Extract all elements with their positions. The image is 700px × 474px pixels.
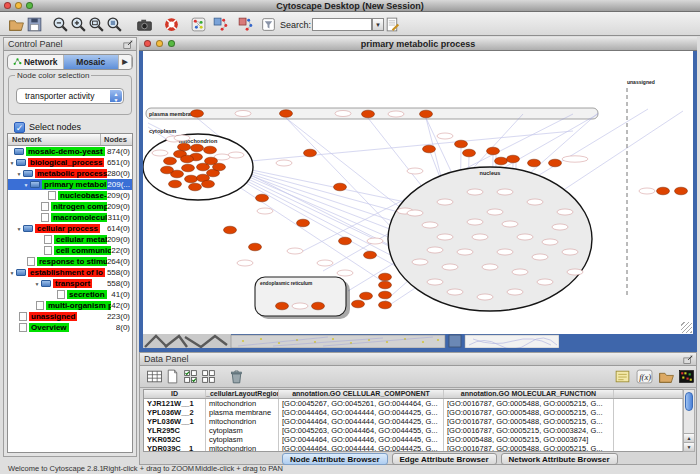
delete-attribute-icon[interactable] <box>228 368 245 385</box>
tab-mosaic[interactable]: Mosaic <box>64 55 120 69</box>
table-cell[interactable]: [GO:0044464, GO:0044446, GO:0044445, G..… <box>279 435 444 444</box>
node-edit-tool-icon[interactable] <box>212 16 229 33</box>
table-cell[interactable]: YPL036W__1 <box>144 417 206 426</box>
table-cell[interactable]: [GO:0016787, GO:0005215, GO:0003824, G..… <box>444 426 614 435</box>
scrollbar-thumb[interactable] <box>685 392 693 411</box>
table-cell[interactable]: [GO:0044464, GO:0044444, GO:0044425, G..… <box>279 417 444 426</box>
tab-network[interactable]: Network <box>8 55 64 69</box>
export-image-icon[interactable] <box>136 16 153 33</box>
tree-row[interactable]: ▼biological_process651(0) <box>8 157 132 168</box>
expand-arrow-icon[interactable]: ▼ <box>22 182 30 188</box>
search-input[interactable] <box>312 18 372 31</box>
create-attribute-icon[interactable] <box>164 368 181 385</box>
table-cell[interactable]: cytoplasm <box>206 426 279 435</box>
tree-row[interactable]: ▼metabolic process280(0) <box>8 168 132 179</box>
tree-row[interactable]: macromolecule311(0) <box>8 212 132 223</box>
edge-edit-tool-icon[interactable] <box>237 16 254 33</box>
table-row[interactable]: YPL036W__2plasma membrane[GO:0044464, GO… <box>144 408 683 417</box>
table-cell[interactable]: [GO:0016787, GO:0005488, GO:0005215, G..… <box>444 399 614 408</box>
node-color-dropdown[interactable]: transporter activity ▲▼ <box>16 88 124 104</box>
table-cell[interactable]: plasma membrane <box>206 408 279 417</box>
table-cell-filler <box>614 417 683 426</box>
tree-column-network[interactable]: Network <box>12 135 42 144</box>
zoom-selected-region-icon[interactable] <box>88 16 105 33</box>
expand-arrow-icon[interactable]: ▼ <box>8 160 16 166</box>
tree-row[interactable]: unassigned223(0) <box>8 311 132 322</box>
expand-arrow-icon[interactable]: ▼ <box>33 281 41 287</box>
formula-builder-icon[interactable]: f(x) <box>636 368 653 385</box>
column-grid-icon[interactable] <box>146 368 163 385</box>
table-cell[interactable]: cytoplasm <box>206 435 279 444</box>
column-id[interactable]: ID <box>144 390 206 398</box>
tree-row[interactable]: secretion41(0) <box>8 289 132 300</box>
table-cell[interactable]: [GO:0016787, GO:0005488, GO:0005215, G..… <box>444 408 614 417</box>
import-attributes-icon[interactable] <box>658 368 675 385</box>
table-cell[interactable]: YJR121W__1 <box>144 399 206 408</box>
network-graph[interactable]: plasma membrane cytoplasm <box>143 51 693 334</box>
table-row[interactable]: YJR121W__1mitochondrion[GO:0045267, GO:0… <box>144 399 683 408</box>
tree-row[interactable]: response to stimulu264(0) <box>8 256 132 267</box>
table-cell[interactable]: [GO:0005488, GO:0005215, GO:0003674] <box>444 435 614 444</box>
tree-row[interactable]: ▼cellular process614(0) <box>8 223 132 234</box>
tabs-overflow-arrow[interactable]: ▶ <box>119 55 132 69</box>
table-cell[interactable]: mitochondrion <box>206 399 279 408</box>
window-resize-grip[interactable] <box>681 322 692 333</box>
tree-row[interactable]: ▼primary metabol209(... <box>8 179 132 190</box>
column-region[interactable]: _cellularLayoutRegion <box>206 390 279 398</box>
table-row[interactable]: YLR295Ccytoplasm[GO:0045263, GO:0044464,… <box>144 426 683 435</box>
save-session-icon[interactable] <box>26 16 43 33</box>
attribute-editor-icon[interactable] <box>614 368 631 385</box>
table-row[interactable]: YKR052Ccytoplasm[GO:0044464, GO:0044446,… <box>144 435 683 444</box>
scroll-up-button[interactable]: ▲ <box>684 433 694 442</box>
table-cell[interactable]: mitochondrion <box>206 417 279 426</box>
tree-row[interactable]: nucleobase-209(0) <box>8 190 132 201</box>
table-cell[interactable]: YKR052C <box>144 435 206 444</box>
table-cell[interactable]: [GO:0045267, GO:0045261, GO:0044464, G..… <box>279 399 444 408</box>
table-cell[interactable]: mitochondrion <box>206 444 279 452</box>
table-row[interactable]: YDR039C__1mitochondrion[GO:0044464, GO:0… <box>144 444 683 452</box>
table-cell[interactable]: YPL036W__2 <box>144 408 206 417</box>
table-scrollbar[interactable]: ▲ ▼ <box>683 389 695 452</box>
tree-row[interactable]: ▼transport558(0) <box>8 278 132 289</box>
attribute-browser-icon[interactable] <box>384 16 401 33</box>
table-cell[interactable]: [GO:0044464, GO:0044444, GO:0044425, G..… <box>279 408 444 417</box>
expand-arrow-icon[interactable]: ▼ <box>15 226 23 232</box>
matrix-view-icon[interactable] <box>678 368 695 385</box>
zoom-out-icon[interactable] <box>52 16 69 33</box>
table-cell[interactable]: [GO:0016787, GO:0005488, GO:0005215, G..… <box>444 444 614 452</box>
scroll-down-button[interactable]: ▼ <box>684 442 694 451</box>
table-row[interactable]: YPL036W__1mitochondrion[GO:0044464, GO:0… <box>144 417 683 426</box>
table-cell[interactable]: [GO:0016787, GO:0005488, GO:0005215, G..… <box>444 417 614 426</box>
float-data-panel-icon[interactable] <box>683 355 693 364</box>
filter-icon[interactable] <box>260 16 277 33</box>
select-attributes-icon[interactable] <box>182 368 199 385</box>
open-file-icon[interactable] <box>8 16 25 33</box>
tree-row[interactable]: mosaic-demo-yeast874(0) <box>8 146 132 157</box>
expand-arrow-icon[interactable]: ▼ <box>15 171 23 177</box>
help-icon[interactable] <box>163 16 180 33</box>
column-cellular-component[interactable]: annotation.GO CELLULAR_COMPONENT <box>279 390 444 398</box>
tree-row[interactable]: nitrogen compou209(0) <box>8 201 132 212</box>
annotation-tool-icon[interactable] <box>190 16 207 33</box>
tree-row[interactable]: cell communicat22(0) <box>8 245 132 256</box>
table-cell[interactable]: [GO:0045263, GO:0044464, GO:0044455, G..… <box>279 426 444 435</box>
tree-row[interactable]: Overview8(0) <box>8 322 132 333</box>
table-cell[interactable]: YDR039C__1 <box>144 444 206 452</box>
nucleus-region[interactable] <box>388 167 592 311</box>
float-panel-icon[interactable] <box>123 40 133 49</box>
search-dropdown-button[interactable]: ▼ <box>372 18 384 31</box>
zoom-fit-icon[interactable] <box>106 16 123 33</box>
select-nodes-checkbox[interactable]: ✓ <box>14 122 25 133</box>
table-cell[interactable]: [GO:0044464, GO:0044444, GO:0044425, G..… <box>279 444 444 452</box>
network-canvas[interactable]: plasma membrane cytoplasm <box>143 51 693 334</box>
unselect-attributes-icon[interactable] <box>200 368 217 385</box>
network-view-titlebar[interactable]: primary metabolic process <box>139 37 697 51</box>
tree-row[interactable]: multi-organism pro42(0) <box>8 300 132 311</box>
tree-row[interactable]: cellular metabol209(0) <box>8 234 132 245</box>
expand-arrow-icon[interactable]: ▼ <box>8 270 16 276</box>
column-molecular-function[interactable]: annotation.GO MOLECULAR_FUNCTION <box>444 390 614 398</box>
table-cell[interactable]: YLR295C <box>144 426 206 435</box>
zoom-in-icon[interactable] <box>70 16 87 33</box>
tree-row[interactable]: ▼establishment of lo558(0) <box>8 267 132 278</box>
tree-column-nodes[interactable]: Nodes <box>104 135 127 144</box>
